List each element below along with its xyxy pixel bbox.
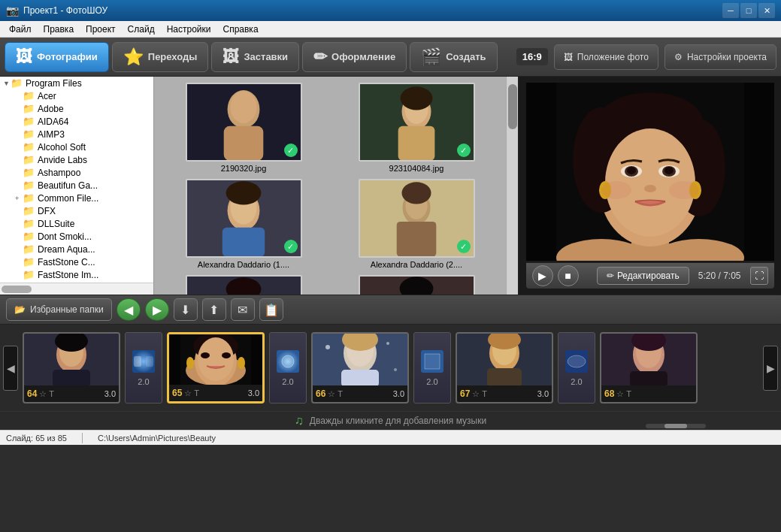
film-item-64[interactable]: 64 ☆ T 3.0 [23,332,120,404]
photo-check-3: ✓ [284,240,298,253]
photogrid-scrollbar[interactable] [506,77,518,295]
photo-position-button[interactable]: 🖼 Положение фото [554,44,658,70]
tree-item-dreamaqua[interactable]: 📁 Dream Aqua... [0,243,153,255]
tree-item-aida64[interactable]: 📁 AIDA64 [0,115,153,128]
folder-icon: 📁 [23,116,35,127]
bottom-toolbar: 📂 Избранные папки ◀ ▶ ⬇ ⬆ ✉ 📋 [0,295,781,325]
svg-rect-30 [526,83,556,261]
film-transition-3[interactable]: 2.0 [413,332,451,404]
favorites-button[interactable]: 📂 Избранные папки [6,298,112,321]
tree-item-commonfiles[interactable]: + 📁 Common File... [0,192,153,204]
menu-help[interactable]: Справка [216,23,264,36]
musicbar[interactable]: ♫ Дважды кликните для добавления музыки [0,411,781,430]
download-button[interactable]: ⬇ [174,298,198,321]
gear-icon: ⚙ [674,52,683,62]
tree-item-acer[interactable]: 📁 Acer [0,89,153,102]
photo-item-2[interactable]: ✓ 923104084.jpg [333,83,500,173]
filmstrip-nav-right[interactable]: ▶ [763,346,778,391]
svg-point-73 [282,355,294,367]
tab-create-label: Создать [446,51,486,62]
nav-back-button[interactable]: ◀ [117,298,141,321]
transition-anim-icon [421,350,443,373]
tree-item-anvide[interactable]: 📁 Anvide Labs [0,153,153,166]
tab-photos[interactable]: 🖼 Фотографии [5,42,109,72]
fullscreen-button[interactable]: ⛶ [750,267,768,285]
tab-create[interactable]: 🎬 Создать [410,42,497,72]
stop-button[interactable]: ■ [558,265,579,286]
film-item-66[interactable]: 66 ☆ T 3.0 [311,332,409,404]
film-bar-66: 66 ☆ T 3.0 [313,385,407,402]
music-icon: ♫ [295,414,304,428]
preview-image [526,83,774,261]
play-button[interactable]: ▶ [532,265,553,286]
photo-label-3: Alexandra Daddario (1.... [198,260,289,269]
filetree-hscrollbar[interactable] [0,283,153,295]
photo-item-5[interactable]: ✓ Alexandra Daddario.jpeg [160,275,327,295]
photo-item-3[interactable]: ✓ Alexandra Daddario (1.... [160,179,327,269]
tree-item-dontsmoking[interactable]: 📁 Dont Smoki... [0,230,153,243]
edit-button[interactable]: ✏ Редактировать [597,267,689,285]
film-transition-2[interactable]: 2.0 [269,332,307,404]
tree-item-programfiles[interactable]: ▼ 📁 Program Files [0,77,153,89]
tab-screensavers[interactable]: 🖼 Заставки [211,42,299,72]
svg-point-70 [186,357,194,369]
music-scroll-thumb [664,424,687,428]
film-item-67[interactable]: 67 ☆ T 3.0 [456,332,553,404]
project-settings-button[interactable]: ⚙ Настройки проекта [664,44,776,70]
email-button[interactable]: ✉ [231,298,255,321]
svg-point-71 [238,357,245,369]
photo-check-4: ✓ [457,240,471,253]
photo-item-6[interactable]: ✓ Alexis Knapp.jpg [333,275,500,295]
photogrid-panel: ✓ 2190320.jpg ✓ 923104084. [154,77,518,295]
film-duration: 3.0 [248,388,259,397]
close-button[interactable]: ✕ [758,3,775,18]
svg-rect-2 [223,126,263,161]
folder-icon: 📁 [23,167,35,178]
film-item-65[interactable]: 65 ☆ T 3.0 [167,332,265,404]
tree-item-beautifun[interactable]: 📁 Beautifun Ga... [0,179,153,192]
tab-design[interactable]: ✏ Оформление [302,42,407,72]
screensavers-icon: 🖼 [222,47,239,67]
copy-button[interactable]: 📋 [259,298,283,321]
photogrid-inner[interactable]: ✓ 2190320.jpg ✓ 923104084. [154,77,506,295]
tree-item-faststonei[interactable]: 📁 FastStone Im... [0,268,153,281]
film-bar-67: 67 ☆ T 3.0 [457,385,552,402]
tree-item-ashampoo[interactable]: 📁 Ashampoo [0,166,153,179]
menu-slide[interactable]: Слайд [122,23,161,36]
svg-point-69 [222,352,231,358]
svg-point-47 [664,167,674,174]
tab-transitions[interactable]: ⭐ Переходы [112,42,209,72]
svg-point-51 [601,181,631,199]
film-transition-1[interactable]: 2.0 [125,332,162,404]
tree-item-aimp3[interactable]: 📁 AIMP3 [0,128,153,141]
filetree-content[interactable]: ▼ 📁 Program Files 📁 Acer 📁 Adobe 📁 AIDA6… [0,77,153,283]
t-label: T [49,389,54,398]
nav-forward-button[interactable]: ▶ [145,298,169,321]
menu-settings[interactable]: Настройки [161,23,217,36]
film-item-68[interactable]: 68 ☆ T [600,332,698,404]
menu-edit[interactable]: Правка [38,23,80,36]
svg-point-89 [568,355,586,367]
t-label: T [626,389,631,398]
tree-item-adobe[interactable]: 📁 Adobe [0,102,153,115]
menu-file[interactable]: Файл [3,23,38,36]
photo-item-4[interactable]: ✓ Alexandra Daddario (2.... [333,179,500,269]
minimize-button[interactable]: ─ [722,3,739,18]
photo-item-1[interactable]: ✓ 2190320.jpg [160,83,327,173]
tree-item-dfx[interactable]: 📁 DFX [0,204,153,217]
svg-point-67 [198,337,234,381]
upload-button[interactable]: ⬆ [202,298,226,321]
maximize-button[interactable]: □ [740,3,757,18]
menu-project[interactable]: Проект [80,23,122,36]
project-settings-label: Настройки проекта [687,52,767,62]
music-scrollbar[interactable] [646,424,706,428]
tree-label: Common File... [38,193,98,204]
tree-item-faststonec[interactable]: 📁 FastStone C... [0,255,153,268]
filmstrip-nav-left[interactable]: ◀ [3,346,18,391]
create-icon: 🎬 [421,47,441,67]
film-transition-4[interactable]: 2.0 [558,332,595,404]
folder-icon: 📁 [23,154,35,165]
tree-item-dllsuite[interactable]: 📁 DLLSuite [0,217,153,230]
tree-item-alcoholsoft[interactable]: 📁 Alcohol Soft [0,141,153,153]
svg-rect-59 [134,356,141,367]
